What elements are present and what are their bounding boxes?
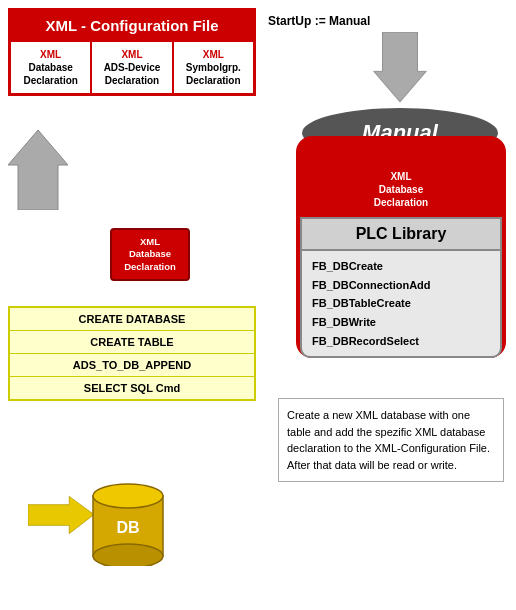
xml-db-small: XML Database Declaration <box>110 228 190 281</box>
description-box: Create a new XML database with one table… <box>278 398 504 482</box>
xml-cell-ads: XML ADS-DeviceDeclaration <box>92 42 173 93</box>
startup-label: StartUp := Manual <box>268 14 370 28</box>
up-arrow-icon <box>8 130 68 210</box>
plc-library-header: PLC Library <box>302 219 500 251</box>
db-area: DB <box>88 476 168 566</box>
xml-db-right-line2: Database <box>379 184 423 195</box>
svg-marker-0 <box>374 32 427 102</box>
plc-library-items: FB_DBCreate FB_DBConnectionAdd FB_DBTabl… <box>302 251 500 356</box>
svg-marker-1 <box>8 130 68 210</box>
xml-db-small-line1: XML <box>140 236 160 247</box>
xml-db-small-line3: Declaration <box>124 261 176 272</box>
red-container: XML Database Declaration PLC Library FB_… <box>296 136 506 358</box>
sql-commands-box: CREATE DATABASE CREATE TABLE ADS_TO_DB_A… <box>8 306 256 401</box>
xml-config-box: XML - Configuration File XML DatabaseDec… <box>8 8 256 96</box>
svg-point-5 <box>93 544 163 566</box>
xml-db-right-line1: XML <box>390 171 411 182</box>
xml-sub-2: Symbolgrp.Declaration <box>186 62 241 86</box>
svg-point-4 <box>93 484 163 508</box>
xml-cell-symbol: XML Symbolgrp.Declaration <box>174 42 253 93</box>
xml-label-2: XML <box>203 49 224 60</box>
down-arrow-icon <box>370 32 430 102</box>
plc-library-box: PLC Library FB_DBCreate FB_DBConnectionA… <box>300 217 502 358</box>
sql-row-3: SELECT SQL Cmd <box>10 377 254 399</box>
xml-label-0: XML <box>40 49 61 60</box>
xml-config-cells: XML DatabaseDeclaration XML ADS-DeviceDe… <box>11 40 253 93</box>
plc-item-0: FB_DBCreate <box>312 257 490 276</box>
svg-marker-2 <box>28 496 94 533</box>
sql-row-2: ADS_TO_DB_APPEND <box>10 354 254 377</box>
xml-config-header: XML - Configuration File <box>11 11 253 40</box>
description-text: Create a new XML database with one table… <box>287 409 490 471</box>
xml-cell-database: XML DatabaseDeclaration <box>11 42 92 93</box>
sql-row-1: CREATE TABLE <box>10 331 254 354</box>
plc-item-3: FB_DBWrite <box>312 313 490 332</box>
svg-text:DB: DB <box>116 519 139 536</box>
plc-item-4: FB_DBRecordSelect <box>312 332 490 351</box>
xml-db-right-label: XML Database Declaration <box>296 166 506 217</box>
xml-label-1: XML <box>121 49 142 60</box>
plc-item-1: FB_DBConnectionAdd <box>312 276 490 295</box>
sql-row-0: CREATE DATABASE <box>10 308 254 331</box>
xml-sub-1: ADS-DeviceDeclaration <box>104 62 161 86</box>
xml-db-small-line2: Database <box>129 248 171 259</box>
xml-sub-0: DatabaseDeclaration <box>23 62 77 86</box>
plc-item-2: FB_DBTableCreate <box>312 294 490 313</box>
db-cylinder-icon: DB <box>88 476 168 566</box>
xml-db-right-line3: Declaration <box>374 197 428 208</box>
yellow-arrow-icon <box>28 490 94 540</box>
